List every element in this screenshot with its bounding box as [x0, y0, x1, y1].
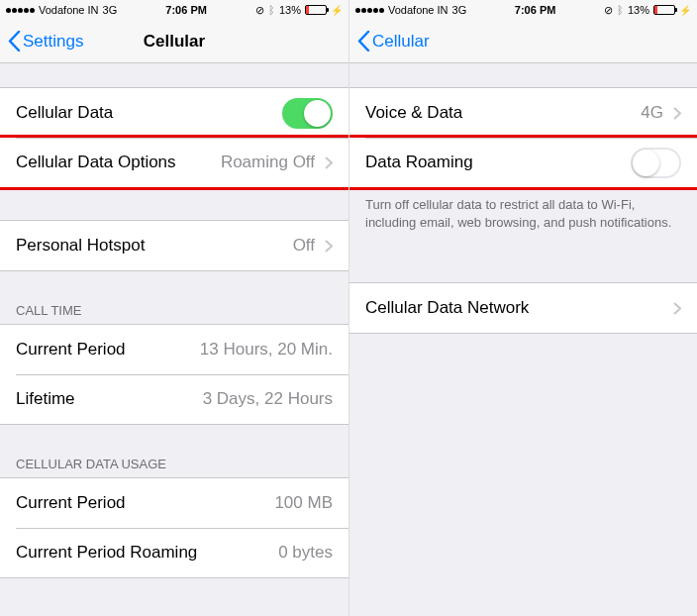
bluetooth-icon: ᛒ	[268, 4, 275, 16]
group-cellular: Cellular Data Cellular Data Options Roam…	[0, 87, 348, 188]
group-network: Cellular Data Network	[349, 282, 697, 334]
lifetime-value: 3 Days, 22 Hours	[203, 389, 333, 409]
roaming-data-value: 0 bytes	[278, 543, 333, 563]
chevron-left-icon	[357, 31, 370, 51]
signal-dots-icon	[355, 8, 384, 13]
group-data-usage: Cellular Data Usage Current Period 100 M…	[0, 457, 348, 578]
current-period-label: Current Period	[16, 340, 126, 359]
row-data-roaming[interactable]: Data Roaming	[349, 138, 697, 187]
charging-icon: ⚡	[679, 5, 691, 16]
row-current-period-time: Current Period 13 Hours, 20 Min.	[0, 325, 348, 374]
cellular-data-label: Cellular Data	[16, 103, 113, 123]
row-cellular-data[interactable]: Cellular Data	[0, 88, 348, 138]
charging-icon: ⚡	[331, 5, 343, 16]
battery-percent: 13%	[279, 4, 301, 16]
data-roaming-switch[interactable]	[631, 148, 681, 178]
chevron-right-icon	[673, 107, 681, 120]
group-hotspot: Personal Hotspot Off	[0, 220, 348, 271]
data-roaming-label: Data Roaming	[365, 153, 473, 172]
row-current-period-roaming: Current Period Roaming 0 bytes	[0, 528, 348, 577]
carrier-label: Vodafone IN	[39, 4, 99, 16]
back-button[interactable]: Cellular	[357, 31, 430, 51]
row-cellular-network[interactable]: Cellular Data Network	[349, 283, 697, 333]
row-voice-data[interactable]: Voice & Data 4G	[349, 88, 697, 138]
current-period-data-value: 100 MB	[274, 493, 333, 513]
battery-percent: 13%	[628, 4, 649, 16]
rotation-lock-icon: ⊘	[255, 4, 264, 17]
network-label: 3G	[452, 4, 467, 16]
data-roaming-footer: Turn off cellular data to restrict all d…	[349, 188, 697, 231]
clock-label: 7:06 PM	[165, 4, 207, 16]
personal-hotspot-value: Off	[293, 236, 315, 256]
screen-cellular-options: Vodafone IN 3G 7:06 PM ⊘ ᛒ 13% ⚡ Cellula…	[348, 0, 697, 616]
network-label: 3G	[103, 4, 118, 16]
cellular-network-label: Cellular Data Network	[365, 298, 529, 318]
chevron-right-icon	[325, 240, 333, 253]
battery-icon	[653, 5, 675, 15]
back-label: Cellular	[372, 32, 430, 51]
bluetooth-icon: ᛒ	[617, 4, 624, 16]
cellular-data-options-value: Roaming Off	[221, 153, 315, 172]
row-current-period-data: Current Period 100 MB	[0, 478, 348, 528]
settings-list: Voice & Data 4G Data Roaming Turn off ce…	[349, 87, 697, 334]
call-time-header: Call Time	[0, 303, 348, 324]
back-button[interactable]: Settings	[8, 31, 83, 51]
roaming-data-label: Current Period Roaming	[16, 543, 197, 563]
clock-label: 7:06 PM	[515, 4, 556, 16]
battery-icon	[305, 5, 327, 15]
signal-dots-icon	[6, 8, 35, 13]
row-cellular-data-options[interactable]: Cellular Data Options Roaming Off	[0, 138, 348, 187]
row-lifetime: Lifetime 3 Days, 22 Hours	[0, 374, 348, 424]
current-period-data-label: Current Period	[16, 493, 126, 513]
personal-hotspot-label: Personal Hotspot	[16, 236, 145, 256]
row-personal-hotspot[interactable]: Personal Hotspot Off	[0, 221, 348, 270]
data-usage-header: Cellular Data Usage	[0, 457, 348, 477]
nav-bar: Cellular	[349, 20, 697, 63]
back-label: Settings	[23, 32, 83, 51]
settings-list: Cellular Data Cellular Data Options Roam…	[0, 87, 348, 578]
chevron-left-icon	[8, 31, 21, 51]
carrier-label: Vodafone IN	[388, 4, 448, 16]
lifetime-label: Lifetime	[16, 389, 75, 409]
chevron-right-icon	[673, 302, 681, 315]
voice-data-label: Voice & Data	[365, 103, 462, 123]
nav-bar: Settings Cellular	[0, 20, 348, 63]
rotation-lock-icon: ⊘	[604, 4, 613, 17]
group-call-time: Call Time Current Period 13 Hours, 20 Mi…	[0, 303, 348, 425]
chevron-right-icon	[325, 156, 333, 169]
cellular-data-options-label: Cellular Data Options	[16, 153, 176, 172]
group-voice-roaming: Voice & Data 4G Data Roaming Turn off ce…	[349, 87, 697, 231]
screen-cellular: Vodafone IN 3G 7:06 PM ⊘ ᛒ 13% ⚡ Setting…	[0, 0, 348, 616]
cellular-data-switch[interactable]	[282, 98, 333, 129]
status-bar: Vodafone IN 3G 7:06 PM ⊘ ᛒ 13% ⚡	[349, 0, 697, 20]
status-bar: Vodafone IN 3G 7:06 PM ⊘ ᛒ 13% ⚡	[0, 0, 348, 20]
current-period-value: 13 Hours, 20 Min.	[200, 340, 333, 359]
voice-data-value: 4G	[641, 103, 663, 123]
